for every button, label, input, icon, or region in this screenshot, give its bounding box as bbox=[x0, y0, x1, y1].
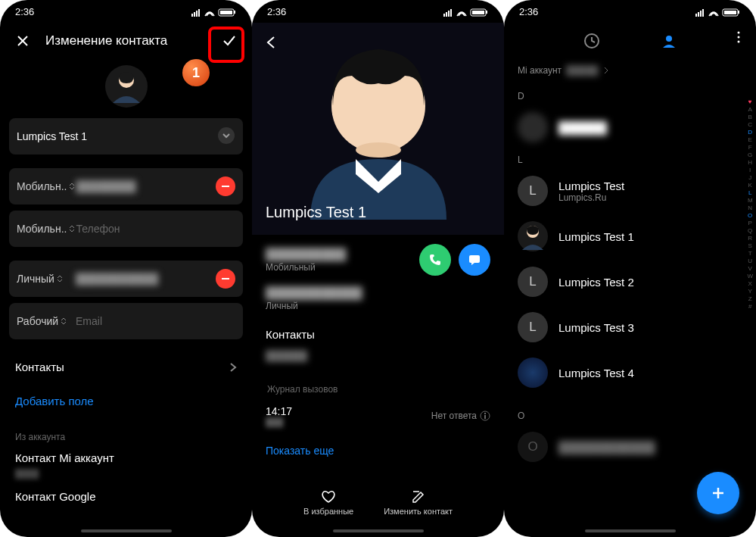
email-type: Личный bbox=[266, 301, 490, 311]
contact-name: Lumpics Test 4 bbox=[558, 367, 634, 379]
svg-point-9 bbox=[218, 127, 235, 144]
contact-avatar-small[interactable] bbox=[105, 65, 148, 108]
info-icon[interactable] bbox=[480, 411, 490, 421]
mobile-field-1[interactable]: Мобильн.. ████████ bbox=[9, 168, 243, 204]
svg-rect-10 bbox=[222, 186, 229, 187]
contact-row-blurred[interactable]: O ████████████ bbox=[504, 424, 756, 470]
contact-name: Lumpics Test 2 bbox=[558, 276, 634, 289]
confirm-check-icon[interactable] bbox=[214, 26, 244, 56]
svg-rect-2 bbox=[196, 11, 198, 17]
screen-contacts-list: 2:36 Mi аккаунт █████ D ██████ L L Lumpi… bbox=[504, 0, 756, 537]
section-letter-o: O bbox=[504, 406, 756, 424]
field-label[interactable]: Личный bbox=[17, 273, 76, 285]
account-mi-sub: ████ bbox=[0, 467, 252, 479]
account-mi[interactable]: Контакт Mi аккаунт bbox=[0, 447, 252, 467]
svg-rect-24 bbox=[484, 413, 486, 414]
contact-hero: Lumpics Test 1 bbox=[252, 23, 504, 235]
contact-name: Lumpics Test 1 bbox=[252, 204, 380, 235]
avatar-letter: L bbox=[518, 176, 548, 206]
avatar-letter: O bbox=[518, 432, 548, 462]
message-button[interactable] bbox=[459, 244, 490, 276]
svg-rect-15 bbox=[450, 9, 452, 17]
field-label[interactable]: Рабочий bbox=[17, 315, 76, 327]
email-blurred: ████████████ bbox=[266, 286, 490, 299]
svg-rect-3 bbox=[198, 9, 200, 17]
favorite-label: В избранные bbox=[303, 507, 353, 516]
annotation-callout-1: 1 bbox=[182, 59, 210, 86]
account-google[interactable]: Контакт Google bbox=[0, 485, 252, 506]
statusbar-time: 2:36 bbox=[519, 6, 538, 17]
show-more-button[interactable]: Показать еще bbox=[252, 432, 504, 469]
contact-name-blurred: ████████████ bbox=[558, 441, 655, 454]
contacts-link[interactable]: Контакты bbox=[0, 350, 252, 384]
delete-field-icon[interactable] bbox=[216, 269, 235, 289]
section-letter-l: L bbox=[504, 150, 756, 168]
svg-rect-23 bbox=[484, 415, 486, 419]
mobile-field-2[interactable]: Мобильн.. Телефон bbox=[9, 211, 243, 247]
home-indicator[interactable] bbox=[333, 529, 424, 532]
expand-icon[interactable] bbox=[217, 126, 235, 147]
chevron-right-icon bbox=[603, 67, 609, 74]
close-icon[interactable] bbox=[8, 26, 38, 56]
contact-row-highlighted[interactable]: Lumpics Test 1 bbox=[504, 214, 756, 259]
name-value: Lumpics Test 1 bbox=[17, 130, 217, 142]
svg-rect-28 bbox=[702, 9, 704, 17]
svg-point-36 bbox=[738, 41, 740, 43]
favorite-button[interactable]: В избранные bbox=[303, 489, 353, 516]
menu-icon[interactable] bbox=[732, 30, 745, 47]
field-placeholder: Телефон bbox=[76, 223, 235, 235]
contact-row[interactable]: L Lumpics Test 2 bbox=[504, 259, 756, 304]
home-indicator[interactable] bbox=[81, 529, 172, 532]
field-value-blurred: ████████ bbox=[76, 180, 216, 192]
statusbar-icons bbox=[695, 5, 741, 17]
svg-point-35 bbox=[738, 36, 740, 39]
tab-contacts[interactable] bbox=[661, 33, 677, 52]
svg-rect-6 bbox=[234, 11, 235, 14]
contact-row[interactable]: L Lumpics Test 3 bbox=[504, 304, 756, 350]
field-placeholder: Email bbox=[76, 315, 235, 327]
edit-contact-button[interactable]: Изменить контакт bbox=[384, 489, 453, 516]
avatar-icon bbox=[518, 112, 548, 142]
contact-row[interactable]: L Lumpics Test Lumpics.Ru bbox=[504, 168, 756, 214]
alphabet-index[interactable]: ♥ABCDEFGHIJKLMNOPQRSTUVWXYZ# bbox=[747, 98, 753, 310]
chevron-right-icon bbox=[229, 362, 237, 373]
calllog-status: Нет ответа bbox=[431, 411, 477, 421]
field-value-blurred: ███████████ bbox=[76, 273, 216, 285]
statusbar-icons bbox=[191, 5, 237, 17]
name-field[interactable]: Lumpics Test 1 bbox=[9, 118, 243, 155]
call-button[interactable] bbox=[419, 244, 451, 276]
svg-point-34 bbox=[738, 32, 740, 34]
work-field[interactable]: Рабочий Email bbox=[9, 303, 243, 339]
statusbar: 2:36 bbox=[0, 0, 252, 23]
personal-field[interactable]: Личный ███████████ bbox=[9, 261, 243, 297]
contact-name-blurred: ██████ bbox=[558, 121, 607, 134]
bottom-actions: В избранные Изменить контакт bbox=[252, 483, 504, 529]
statusbar-icons bbox=[443, 5, 489, 17]
svg-rect-1 bbox=[194, 12, 195, 17]
svg-rect-31 bbox=[738, 11, 739, 14]
field-label[interactable]: Мобильн.. bbox=[17, 180, 76, 192]
screen-contact-detail: 2:36 Lumpics Test 1 2 ██████████ Мобильн… bbox=[252, 0, 504, 537]
contact-row[interactable]: Lumpics Test 4 bbox=[504, 350, 756, 395]
phone-row[interactable]: ██████████ Мобильный bbox=[252, 235, 504, 285]
email-row[interactable]: ████████████ Личный bbox=[252, 285, 504, 313]
delete-field-icon[interactable] bbox=[216, 176, 235, 196]
field-label[interactable]: Мобильн.. bbox=[17, 223, 76, 235]
linked-contact-blurred: ██████ bbox=[252, 347, 504, 364]
add-field-button[interactable]: Добавить поле bbox=[0, 384, 252, 418]
calllog-entry[interactable]: 14:17 ███ Нет ответа bbox=[252, 399, 504, 432]
contact-row-blurred[interactable]: ██████ bbox=[504, 105, 756, 150]
contact-avatar-large bbox=[280, 23, 477, 220]
mi-account-row[interactable]: Mi аккаунт █████ bbox=[504, 62, 756, 86]
svg-rect-11 bbox=[222, 278, 229, 279]
contact-sub: Lumpics.Ru bbox=[558, 192, 624, 203]
calllog-time: 14:17 bbox=[266, 405, 292, 417]
contacts-link-label: Контакты bbox=[15, 361, 64, 373]
tab-recents[interactable] bbox=[583, 33, 600, 52]
svg-rect-5 bbox=[220, 11, 232, 14]
calllog-date-blurred: ███ bbox=[266, 417, 292, 426]
avatar-letter: L bbox=[518, 312, 548, 342]
home-indicator[interactable] bbox=[585, 529, 676, 532]
mi-account-value-blurred: █████ bbox=[566, 65, 599, 76]
add-contact-fab[interactable] bbox=[697, 472, 739, 514]
